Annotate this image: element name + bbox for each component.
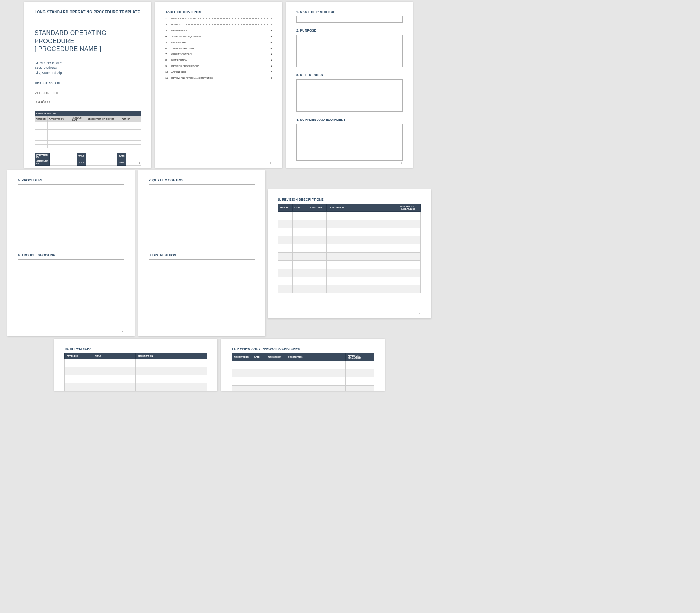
distribution-field[interactable] [149,259,255,322]
toc-label: PROCEDURE [171,41,186,43]
toc-item: PURPOSE3 [165,23,272,26]
toc-label: DISTRIBUTION [171,59,187,61]
table-row [278,244,421,253]
table-row [65,383,207,391]
toc-label: REFERENCES [171,29,187,32]
toc-dots [187,72,269,72]
page-4: 5. PROCEDURE 6. TROUBLESHOOTING 4 [7,170,135,336]
toc-page: 3 [271,29,272,32]
table-row [35,133,141,137]
page-number: 3 [401,162,402,164]
vh-header: VERSION [35,116,48,122]
toc-item: QUALITY CONTROL5 [165,53,272,55]
section-revision-descriptions: 9. REVISION DESCRIPTIONS [278,198,421,201]
vh-header: APPROVED BY [47,116,70,122]
table-row [232,377,374,386]
rev-header: REVISED BY [307,204,327,212]
toc-dots [201,66,269,66]
toc-item: APPENDICES7 [165,71,272,73]
title-label: TITLE [77,153,86,159]
table-row [35,122,141,126]
table-row [278,228,421,236]
section-distribution: 8. DISTRIBUTION [149,253,255,257]
sig-header: APPROVAL SIGNATURE [346,353,374,361]
section-name-of-procedure: 1. NAME OF PROCEDURE [296,10,403,14]
procedure-name: [ PROCEDURE NAME ] [35,46,141,52]
rev-header: DATE [293,204,307,212]
table-row [232,386,374,391]
table-row [278,277,421,285]
app-header: APPENDIX [65,353,93,359]
toc-page: 6 [271,65,272,67]
section-appendices: 10. APPENDICES [64,347,207,351]
rev-header: APPROVED / REVIEWED BY [398,204,420,212]
toc-label: TROUBLESHOOTING [171,47,194,49]
toc-page: 8 [271,77,272,79]
vh-header: AUTHOR [120,116,141,122]
toc-page: 5 [271,53,272,55]
vh-header: REVISION DATE [70,116,86,122]
revision-table: REV ID DATE REVISED BY DESCRIPTION APPRO… [278,204,421,293]
toc-dots [188,60,269,60]
table-row [278,220,421,228]
table-row [65,359,207,367]
quality-control-field[interactable] [149,184,255,247]
procedure-field[interactable] [18,184,124,247]
table-row [278,212,421,220]
section-supplies: 4. SUPPLIES AND EQUIPMENT [296,118,403,121]
table-row [278,285,421,293]
web-address: webaddress.com [35,81,141,86]
toc-title: TABLE OF CONTENTS [165,10,272,14]
table-row [35,126,141,129]
rev-header: DESCRIPTION [327,204,398,212]
template-title: LONG STANDARD OPERATING PROCEDURE TEMPLA… [35,10,141,14]
toc-page: 7 [271,71,272,73]
prepared-by-label: PREPARED BY [35,153,50,159]
supplies-field[interactable] [296,124,403,161]
app-header: DESCRIPTION [136,353,207,359]
references-field[interactable] [296,79,403,112]
vh-header: DESCRIPTION OF CHANGE [86,116,120,122]
toc-page: 3 [271,17,272,20]
page-number: 2 [270,162,271,164]
section-purpose: 2. PURPOSE [296,29,403,32]
page-3: 1. NAME OF PROCEDURE 2. PURPOSE 3. REFER… [286,2,413,168]
toc-label: APPENDICES [171,71,186,73]
sig-header: DESCRIPTION [286,353,346,361]
company-block: COMPANY NAME Street Address City, State … [35,61,141,76]
page-7: 10. APPENDICES APPENDIX TITLE DESCRIPTIO… [54,339,217,391]
date-label: DATE [117,159,126,165]
page-8: 11. REVIEW AND APPROVAL SIGNATURES REVIE… [221,339,385,391]
toc-item: REVIEW AND APPROVAL SIGNATURES8 [165,77,272,79]
sig-header: DATE [252,353,266,361]
toc-item: REFERENCES3 [165,29,272,32]
page-6: 9. REVISION DESCRIPTIONS REV ID DATE REV… [268,189,431,318]
section-troubleshooting: 6. TROUBLESHOOTING [18,253,124,257]
page-5: 7. QUALITY CONTROL 8. DISTRIBUTION 5 [138,170,265,336]
toc-item: SUPPLIES AND EQUIPMENT3 [165,35,272,38]
sig-header: REVIEWED BY [232,353,252,361]
table-row [65,375,207,383]
name-of-procedure-field[interactable] [296,16,403,23]
toc-label: PURPOSE [171,23,182,26]
table-row [232,361,374,369]
toc-page: 4 [271,47,272,49]
toc-dots [184,24,269,25]
purpose-field[interactable] [296,35,403,67]
toc-page: 3 [271,23,272,26]
section-procedure: 5. PROCEDURE [18,178,124,182]
toc-label: REVIEW AND APPROVAL SIGNATURES [171,77,213,79]
signature-table: PREPARED BY TITLE DATE APPROVED BY TITLE… [35,153,141,166]
toc-page: 3 [271,35,272,38]
date-label: DATE [117,153,126,159]
toc-dots [203,36,269,36]
page-number: 4 [122,330,123,333]
version-history-title: VERSION HISTORY [35,111,141,116]
table-row [35,129,141,133]
troubleshooting-field[interactable] [18,259,124,322]
toc-page: 5 [271,59,272,61]
appendices-table: APPENDIX TITLE DESCRIPTION [64,353,207,391]
table-row [278,253,421,261]
page-number: 6 [419,312,420,315]
table-row [278,261,421,269]
